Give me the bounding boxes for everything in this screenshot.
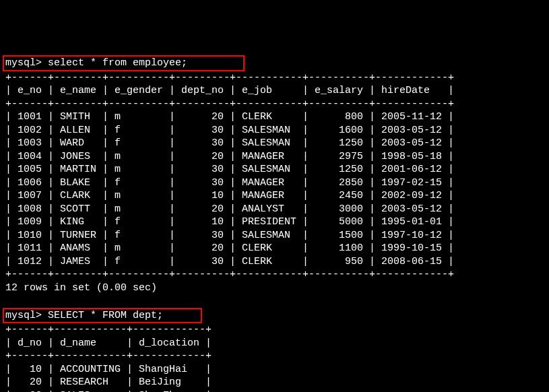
sql-query-2: SELECT * FROM dept; — [48, 310, 163, 321]
terminal-output: mysql> select * from employee; +------+-… — [5, 55, 544, 392]
table-separator: +------+--------+----------+---------+--… — [5, 72, 454, 84]
table-row: | 1006 | BLAKE | f | 30 | MANAGER | 2850… — [5, 177, 454, 189]
query-2-highlight: mysql> SELECT * FROM dept; — [3, 308, 202, 324]
query-1-highlight: mysql> select * from employee; — [3, 55, 245, 71]
mysql-prompt: mysql> — [5, 310, 42, 321]
table-header-row: | d_no | d_name | d_location | — [5, 337, 212, 349]
table-row: | 1012 | JAMES | f | 30 | CLERK | 950 | … — [5, 256, 454, 267]
table-row: | 30 | SALES | ShenZhen | — [5, 390, 212, 393]
table-header-row: | e_no | e_name | e_gender | dept_no | e… — [5, 85, 454, 96]
table-row: | 1009 | KING | f | 10 | PRESIDENT | 500… — [5, 216, 454, 228]
table-separator: +------+------------+------------+ — [5, 350, 212, 362]
table-row: | 1011 | ANAMS | m | 20 | CLERK | 1100 |… — [5, 242, 454, 254]
sql-query-1: select * from employee; — [48, 57, 187, 69]
table-separator: +------+--------+----------+---------+--… — [5, 98, 454, 110]
table-row: | 10 | ACCOUNTING | ShangHai | — [5, 364, 212, 375]
mysql-prompt: mysql> — [5, 57, 42, 69]
table-row: | 1003 | WARD | f | 30 | SALESMAN | 1250… — [5, 137, 454, 149]
table-row: | 1005 | MARTIN | m | 30 | SALESMAN | 12… — [5, 164, 454, 175]
table-row: | 1001 | SMITH | m | 20 | CLERK | 800 | … — [5, 111, 454, 123]
table-row: | 1007 | CLARK | m | 10 | MANAGER | 2450… — [5, 190, 454, 201]
table-row: | 1010 | TURNER | f | 30 | SALESMAN | 15… — [5, 230, 454, 241]
table-row: | 1008 | SCOTT | m | 20 | ANALYST | 3000… — [5, 203, 454, 215]
table-row: | 1002 | ALLEN | f | 30 | SALESMAN | 160… — [5, 125, 454, 136]
table-row: | 20 | RESEARCH | BeiJing | — [5, 377, 212, 388]
table-separator: +------+--------+----------+---------+--… — [5, 269, 454, 280]
result-footer-1: 12 rows in set (0.00 sec) — [5, 282, 157, 294]
table-row: | 1004 | JONES | m | 20 | MANAGER | 2975… — [5, 151, 454, 162]
table-separator: +------+------------+------------+ — [5, 324, 212, 335]
